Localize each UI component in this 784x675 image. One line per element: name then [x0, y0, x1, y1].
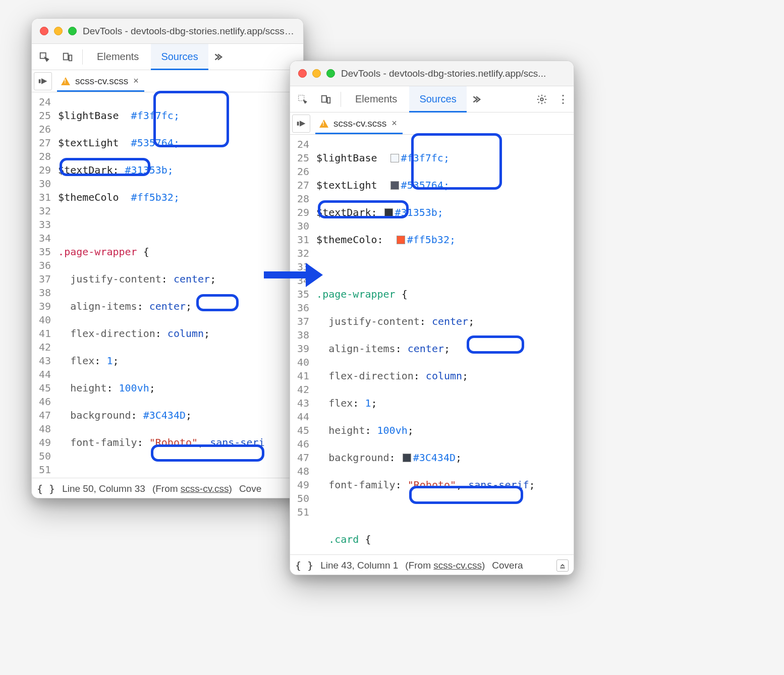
- drawer-toggle-icon[interactable]: [556, 559, 569, 572]
- color-swatch[interactable]: [397, 236, 405, 244]
- devtools-window-right: DevTools - devtools-dbg-stories.netlify.…: [290, 61, 574, 575]
- main-tabs: Elements Sources: [32, 44, 303, 70]
- svg-rect-3: [64, 53, 68, 60]
- svg-marker-12: [300, 121, 305, 126]
- maximize-window-button[interactable]: [326, 69, 335, 78]
- line-gutter: 24252627 28293031 32333435 36373839 4041…: [290, 135, 313, 554]
- warning-icon: [319, 120, 328, 128]
- title-bar: DevTools - devtools-dbg-stories.netlify.…: [290, 61, 574, 86]
- window-title: DevTools - devtools-dbg-stories.netlify.…: [341, 68, 546, 79]
- device-toggle-icon[interactable]: [57, 51, 78, 63]
- format-icon[interactable]: { }: [295, 559, 313, 572]
- close-tab-icon[interactable]: ×: [391, 118, 401, 129]
- sourcemap-info: (From scss-cv.css): [405, 560, 485, 571]
- cursor-position: Line 43, Column 1: [320, 560, 398, 571]
- minimize-window-button[interactable]: [54, 27, 63, 35]
- minimize-window-button[interactable]: [312, 69, 321, 78]
- title-bar: DevTools - devtools-dbg-stories.netlify.…: [32, 19, 303, 44]
- file-tab-scss[interactable]: scss-cv.scss ×: [315, 113, 403, 134]
- status-bar: { } Line 50, Column 33 (From scss-cv.css…: [32, 478, 303, 498]
- navigator-toggle-icon[interactable]: [34, 72, 52, 90]
- close-window-button[interactable]: [40, 27, 48, 35]
- color-swatch[interactable]: [403, 454, 411, 462]
- window-title: DevTools - devtools-dbg-stories.netlify.…: [83, 26, 295, 37]
- sourcemap-info: (From scss-cv.css): [152, 483, 232, 494]
- separator: [82, 49, 83, 65]
- color-swatch[interactable]: [384, 208, 393, 217]
- inspect-icon[interactable]: [292, 94, 313, 105]
- more-tabs-icon[interactable]: [210, 51, 225, 63]
- separator: [341, 92, 341, 107]
- svg-rect-11: [298, 122, 299, 125]
- color-swatch[interactable]: [390, 181, 399, 190]
- coverage-label[interactable]: Covera: [492, 560, 523, 571]
- svg-marker-1: [306, 263, 323, 287]
- coverage-label[interactable]: Cove: [239, 483, 261, 494]
- svg-point-10: [540, 98, 543, 101]
- file-tabs-bar: scss-cv.scss ×: [32, 70, 303, 92]
- inspect-icon[interactable]: [34, 51, 55, 63]
- color-swatch[interactable]: [390, 154, 399, 162]
- devtools-window-left: DevTools - devtools-dbg-stories.netlify.…: [31, 18, 304, 498]
- tab-elements[interactable]: Elements: [345, 86, 407, 112]
- warning-icon: [61, 77, 70, 85]
- tab-sources[interactable]: Sources: [151, 44, 208, 70]
- code-content[interactable]: $lightBase #f3f7fc; $textLight #535764; …: [313, 135, 574, 554]
- line-gutter: 24252627 28293031 32333435 36373839 4041…: [32, 92, 55, 478]
- close-window-button[interactable]: [298, 69, 307, 78]
- arrow-icon: [262, 260, 323, 292]
- file-tabs-bar: scss-cv.scss ×: [290, 112, 574, 135]
- settings-icon[interactable]: [531, 94, 552, 105]
- svg-rect-9: [327, 97, 330, 103]
- format-icon[interactable]: { }: [37, 483, 55, 495]
- code-editor[interactable]: 24252627 28293031 32333435 36373839 4041…: [290, 135, 574, 554]
- file-tab-scss[interactable]: scss-cv.scss ×: [57, 71, 144, 92]
- file-tab-label: scss-cv.scss: [333, 118, 386, 129]
- traffic-lights: [40, 27, 77, 35]
- tab-sources[interactable]: Sources: [409, 86, 466, 112]
- svg-rect-5: [39, 80, 40, 83]
- kebab-menu-icon[interactable]: ⋮: [557, 97, 569, 102]
- close-tab-icon[interactable]: ×: [133, 76, 142, 86]
- file-tab-label: scss-cv.scss: [75, 76, 128, 87]
- traffic-lights: [298, 69, 335, 78]
- navigator-toggle-icon[interactable]: [292, 115, 310, 133]
- main-tabs: Elements Sources ⋮: [290, 86, 574, 112]
- svg-rect-4: [69, 55, 72, 61]
- more-tabs-icon[interactable]: [469, 94, 483, 105]
- tab-elements[interactable]: Elements: [87, 44, 149, 70]
- maximize-window-button[interactable]: [68, 27, 77, 35]
- svg-rect-8: [322, 95, 326, 102]
- cursor-position: Line 50, Column 33: [62, 483, 145, 494]
- svg-marker-6: [42, 79, 46, 83]
- status-bar: { } Line 43, Column 1 (From scss-cv.css)…: [290, 554, 574, 575]
- device-toggle-icon[interactable]: [315, 94, 337, 105]
